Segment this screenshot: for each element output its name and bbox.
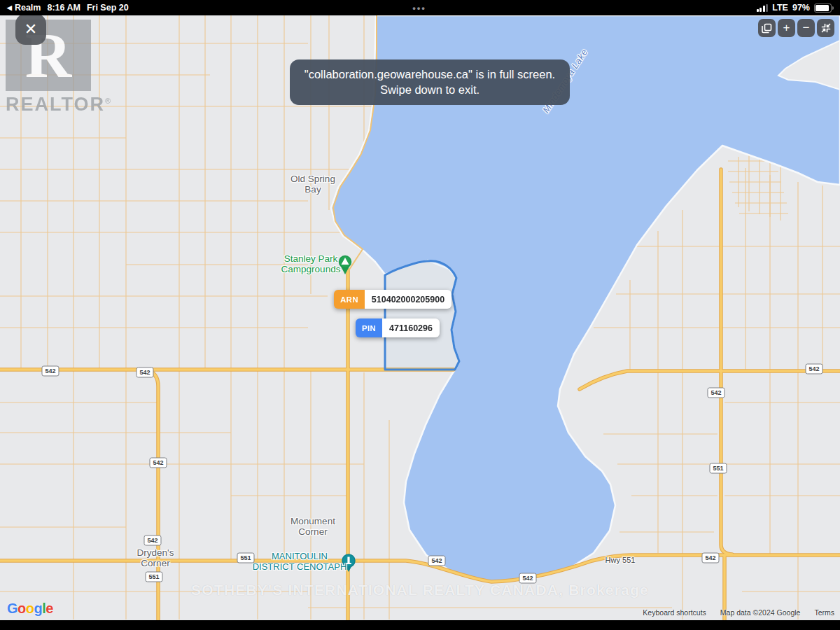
status-bar: ◀ Realm 8:16 AM Fri Sep 20 ••• LTE 97% xyxy=(0,0,840,15)
date: Fri Sep 20 xyxy=(87,3,129,13)
place-label-cenotaph: MANITOULIN DISTRICT CENOTAPH xyxy=(253,552,347,572)
compress-icon xyxy=(820,22,832,34)
road-shield: 551 xyxy=(237,553,254,564)
road-shield: 542 xyxy=(149,458,167,468)
road-shield: 542 xyxy=(428,556,445,566)
pin-marker[interactable]: PIN 471160296 xyxy=(356,318,440,337)
plus-icon: + xyxy=(783,21,790,35)
brokerage-watermark: SOTHEBY'S INTERNATIONAL REALTY CANADA, B… xyxy=(191,582,649,598)
status-right: LTE 97% xyxy=(566,3,840,13)
toast-line-1: "collaboration.geowarehouse.ca" is in fu… xyxy=(300,66,560,82)
network-type: LTE xyxy=(772,3,788,13)
place-label-stanley-park: Stanley Park Campgrounds xyxy=(281,253,341,274)
road-shield: 542 xyxy=(41,366,59,377)
zoom-out-button[interactable]: − xyxy=(797,19,815,37)
terms-link[interactable]: Terms xyxy=(814,608,834,617)
pin-badge: PIN xyxy=(356,318,382,337)
map-controls: + − xyxy=(758,19,834,37)
battery-percent: 97% xyxy=(792,3,810,13)
bottom-bezel xyxy=(0,620,840,630)
status-dots: ••• xyxy=(273,3,566,13)
status-left: ◀ Realm 8:16 AM Fri Sep 20 xyxy=(0,3,273,13)
copy-layers-button[interactable] xyxy=(758,19,776,37)
battery-icon xyxy=(814,4,832,13)
clock: 8:16 AM xyxy=(47,3,80,13)
road-shield: 551 xyxy=(145,572,162,582)
registered-mark-icon: ® xyxy=(105,97,112,105)
road-shield: 542 xyxy=(805,364,822,374)
toast-line-2: Swipe down to exit. xyxy=(300,82,560,97)
road-shield: 542 xyxy=(136,368,153,378)
fullscreen-toast: "collaboration.geowarehouse.ca" is in fu… xyxy=(290,59,570,105)
copy-icon xyxy=(762,23,772,34)
arn-badge: ARN xyxy=(334,290,365,309)
road-label-hwy-551: Hwy 551 xyxy=(606,556,636,564)
place-label-old-spring-bay: Old Spring Bay xyxy=(290,174,335,195)
place-label-drydens-corner: Dryden's Corner xyxy=(137,547,174,568)
signal-strength-icon xyxy=(757,4,769,12)
property-boundary[interactable] xyxy=(385,261,459,370)
close-icon: ✕ xyxy=(24,20,37,38)
realtor-wordmark: REALTOR® xyxy=(6,94,112,115)
pin-value: 471160296 xyxy=(382,318,440,337)
zoom-in-button[interactable]: + xyxy=(778,19,795,37)
arn-marker[interactable]: ARN 510402000205900 xyxy=(334,290,451,309)
arn-value: 510402000205900 xyxy=(365,290,451,309)
close-button[interactable]: ✕ xyxy=(15,14,46,45)
google-logo[interactable]: Google xyxy=(7,601,53,617)
map-attribution: Keyboard shortcuts Map data ©2024 Google… xyxy=(643,608,834,617)
road-shield: 542 xyxy=(144,536,161,546)
exit-fullscreen-button[interactable] xyxy=(817,19,834,37)
road-shield: 542 xyxy=(707,388,724,398)
back-app-name[interactable]: Realm xyxy=(15,3,41,13)
minus-icon: − xyxy=(803,21,810,35)
road-shield: 551 xyxy=(709,463,727,474)
keyboard-shortcuts-link[interactable]: Keyboard shortcuts xyxy=(643,608,706,617)
place-label-monument-corner: Monument Corner xyxy=(290,516,335,537)
screen: Old Spring Bay Stanley Park Campgrounds … xyxy=(0,0,840,630)
back-to-app-icon[interactable]: ◀ xyxy=(7,4,12,11)
map-data-text: Map data ©2024 Google xyxy=(720,608,801,617)
road-shield: 542 xyxy=(701,553,719,564)
